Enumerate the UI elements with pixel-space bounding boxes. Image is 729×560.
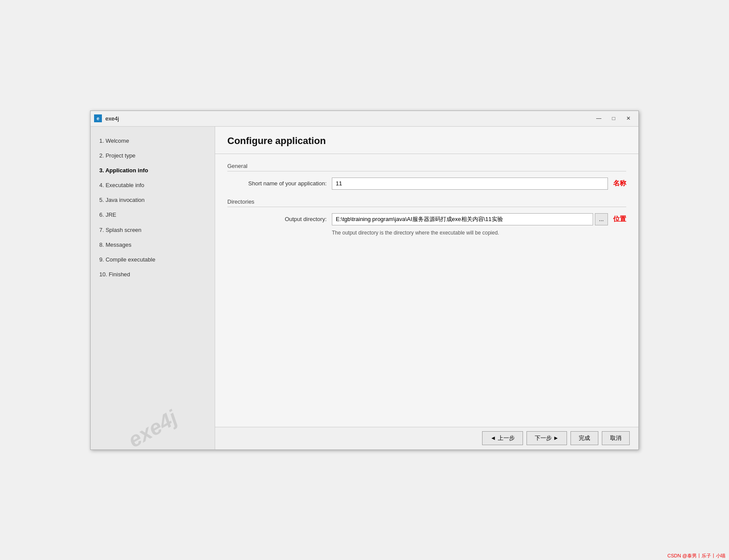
output-dir-input[interactable] (332, 213, 593, 225)
sidebar-item-java-inv[interactable]: 5. Java invocation (91, 193, 215, 208)
sidebar-item-app-info[interactable]: 3. Application info (91, 163, 215, 178)
sidebar-item-welcome[interactable]: 1. Welcome (91, 134, 215, 148)
close-button[interactable]: ✕ (622, 113, 635, 124)
app-name-input[interactable] (332, 178, 608, 190)
finish-button[interactable]: 完成 (570, 431, 598, 445)
main-header: Configure application (215, 127, 638, 154)
minimize-button[interactable]: — (592, 113, 605, 124)
sidebar-item-compile[interactable]: 9. Compile executable (91, 252, 215, 267)
main-body: General Short name of your application: … (215, 154, 638, 427)
sidebar-item-finished[interactable]: 10. Finished (91, 267, 215, 282)
sidebar-item-jre[interactable]: 6. JRE (91, 208, 215, 222)
window-title: exe4j (105, 115, 592, 122)
footer: ◄ 上一步 下一步 ► 完成 取消 (215, 427, 638, 449)
app-icon: e (94, 114, 102, 122)
output-dir-annotation: 位置 (613, 215, 626, 223)
sidebar-item-messages[interactable]: 8. Messages (91, 238, 215, 252)
sidebar-item-exec-info[interactable]: 4. Executable info (91, 178, 215, 193)
section-directories-label: Directories (227, 198, 626, 207)
page-title: Configure application (227, 135, 626, 147)
output-dir-hint: The output directory is the directory wh… (332, 230, 626, 236)
title-bar: e exe4j — □ ✕ (91, 111, 638, 127)
sidebar-watermark: exe4j (93, 387, 212, 449)
sidebar-item-project-type[interactable]: 2. Project type (91, 148, 215, 163)
browse-button[interactable]: ... (595, 213, 608, 225)
window-body: 1. Welcome 2. Project type 3. Applicatio… (91, 127, 638, 449)
sidebar-item-splash[interactable]: 7. Splash screen (91, 223, 215, 238)
maximize-button[interactable]: □ (607, 113, 620, 124)
app-name-row: Short name of your application: 名称 (227, 178, 626, 190)
next-button[interactable]: 下一步 ► (526, 431, 567, 445)
app-name-annotation: 名称 (613, 179, 626, 188)
app-name-label: Short name of your application: (227, 180, 332, 187)
section-general-label: General (227, 163, 626, 171)
attribution: CSDN @泰男丨乐子丨小喵 (664, 552, 729, 560)
window-controls: — □ ✕ (592, 113, 635, 124)
cancel-button[interactable]: 取消 (602, 431, 630, 445)
sidebar: 1. Welcome 2. Project type 3. Applicatio… (91, 127, 215, 449)
main-content: Configure application General Short name… (215, 127, 638, 449)
prev-button[interactable]: ◄ 上一步 (482, 431, 523, 445)
output-dir-row: Output directory: ... 位置 (227, 213, 626, 225)
output-dir-label: Output directory: (227, 216, 332, 222)
